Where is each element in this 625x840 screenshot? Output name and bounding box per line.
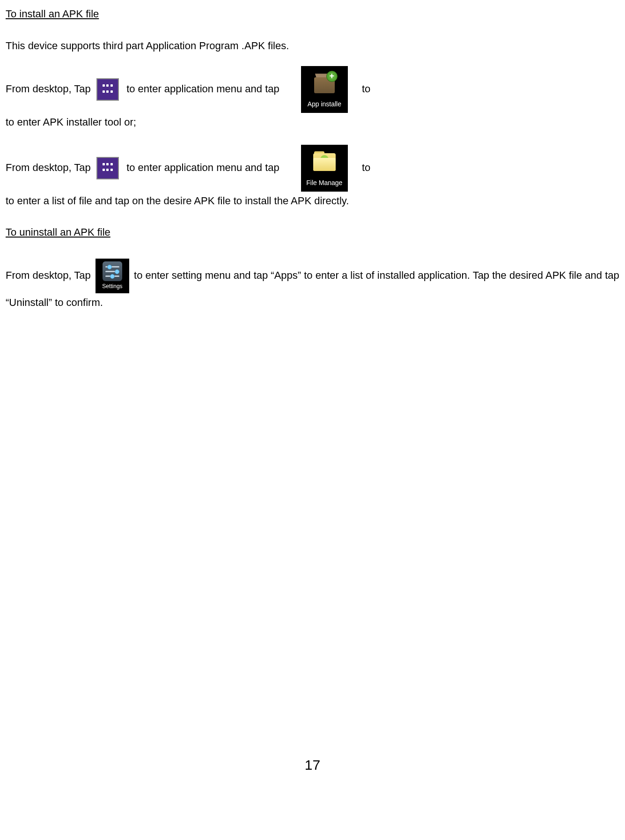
to-word-1: to <box>362 83 370 95</box>
apps-grid-icon <box>96 78 119 101</box>
to-enter-app-menu-2: to enter application menu and tap <box>126 162 279 173</box>
from-desktop-tap-3: From desktop, Tap <box>6 269 91 281</box>
apps-grid-icon-2 <box>96 157 119 179</box>
to-word-2: to <box>362 162 370 173</box>
settings-icon: Settings <box>96 259 129 293</box>
from-desktop-tap-2: From desktop, Tap <box>6 162 91 173</box>
file-manager-label: File Manage <box>301 177 348 189</box>
from-desktop-tap-1: From desktop, Tap <box>6 83 91 95</box>
app-installer-label: App installe <box>301 98 348 110</box>
heading-uninstall-apk: To uninstall an APK file <box>6 223 619 242</box>
intro-paragraph: This device supports third part Applicat… <box>6 37 619 55</box>
uninstall-line: From desktop, Tap Settings to enter sett… <box>6 259 619 312</box>
app-installer-icon: + App installe <box>301 66 348 113</box>
enter-installer-text: to enter APK installer tool or; <box>6 116 136 128</box>
page-number: 17 <box>6 752 619 778</box>
install-line-1: From desktop, Tap to enter application m… <box>6 66 619 132</box>
enter-file-list-text: to enter a list of file and tap on the d… <box>6 195 349 207</box>
to-enter-app-menu-1: to enter application menu and tap <box>126 83 279 95</box>
heading-install-apk: To install an APK file <box>6 5 619 23</box>
settings-label: Settings <box>96 282 129 292</box>
install-line-2: From desktop, Tap to enter application m… <box>6 145 619 210</box>
file-manager-icon: File Manage <box>301 145 348 192</box>
intro-text: This device supports third part Applicat… <box>6 40 289 52</box>
